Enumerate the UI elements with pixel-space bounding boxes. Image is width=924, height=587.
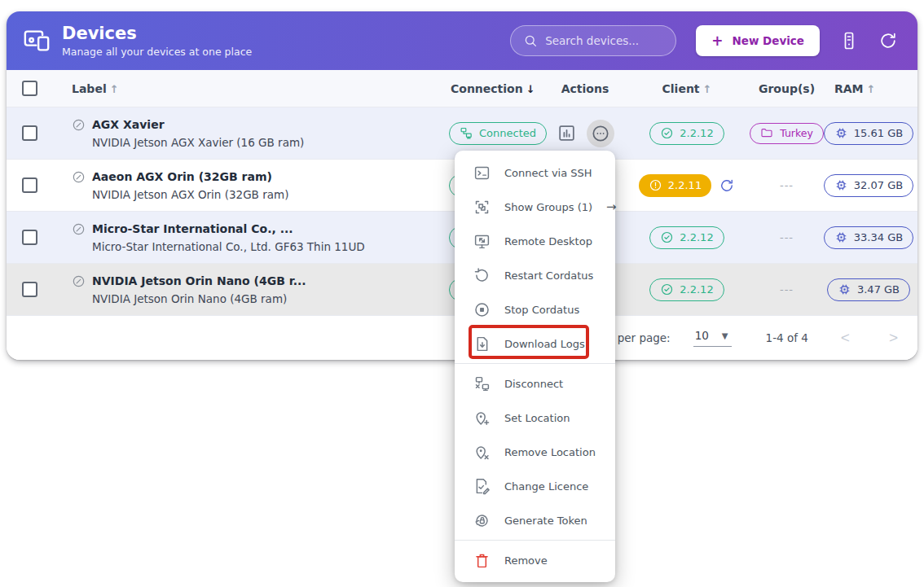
chip-icon: [834, 178, 848, 192]
set-location-icon: [473, 409, 491, 427]
search-icon: [523, 33, 538, 48]
device-title: Micro-Star International Co., ...: [92, 222, 293, 235]
chip-icon: [838, 283, 851, 296]
row-checkbox[interactable]: [22, 177, 37, 193]
generate-token-icon: [473, 511, 491, 529]
client-version-badge: 2.2.12: [649, 278, 724, 301]
trash-icon: [473, 551, 491, 569]
page-title: Devices: [62, 24, 252, 43]
refresh-icon[interactable]: [878, 31, 898, 50]
no-group-placeholder: ---: [780, 231, 794, 243]
device-subtitle: NVIDIA Jetson Orin Nano (4GB ram): [72, 292, 442, 305]
menu-item-remote-desktop[interactable]: Remote Desktop: [455, 224, 615, 258]
plus-icon: +: [711, 33, 723, 49]
change-licence-icon: [473, 477, 491, 495]
row-checkbox[interactable]: [22, 230, 37, 245]
menu-item-connect-via-ssh[interactable]: Connect via SSH: [455, 156, 615, 190]
no-group-placeholder: ---: [780, 179, 794, 191]
device-title: Aaeon AGX Orin (32GB ram): [92, 170, 272, 183]
edit-label-icon[interactable]: [72, 118, 86, 132]
edit-label-icon[interactable]: [72, 170, 86, 184]
edit-label-icon[interactable]: [72, 222, 86, 236]
restart-icon: [473, 266, 491, 284]
no-group-placeholder: ---: [780, 283, 794, 296]
device-title: AGX Xavier: [92, 118, 165, 131]
menu-item-disconnect[interactable]: Disconnect: [455, 366, 615, 401]
row-actions-menu-button[interactable]: [587, 120, 614, 147]
update-client-icon[interactable]: [719, 177, 735, 194]
disconnect-icon: [473, 375, 491, 392]
page-title-block: Devices Manage all your devices at one p…: [62, 24, 252, 58]
new-device-button[interactable]: + New Device: [696, 25, 820, 56]
column-header-ram[interactable]: RAM↑: [829, 82, 917, 95]
menu-item-show-groups[interactable]: Show Groups (1) →: [455, 190, 615, 224]
device-subtitle: NVIDIA Jetson AGX Xavier (16 GB ram): [72, 136, 442, 149]
column-header-groups[interactable]: Group(s): [744, 82, 829, 95]
menu-item-remove[interactable]: Remove: [455, 543, 615, 577]
sort-asc-icon: ↑: [703, 83, 712, 95]
client-version-badge: 2.2.12: [649, 226, 724, 249]
rows-per-page-select[interactable]: 10 ▼: [693, 329, 732, 347]
sort-asc-icon: ↑: [110, 83, 119, 95]
check-circle-icon: [660, 126, 674, 140]
client-version-badge-outdated: 2.2.11: [639, 174, 711, 197]
menu-item-stop-cordatus[interactable]: Stop Cordatus: [455, 292, 615, 326]
table-header-row: Label↑ Connection↓ Actions Client↑ Group…: [7, 70, 917, 107]
row-actions-context-menu: Connect via SSH Show Groups (1) → Remote…: [455, 151, 615, 582]
download-icon: [473, 335, 491, 353]
sort-desc-icon: ↓: [526, 83, 535, 95]
pagination-range: 1-4 of 4: [766, 331, 808, 344]
menu-item-change-licence[interactable]: Change Licence: [455, 469, 615, 503]
menu-item-download-logs[interactable]: Download Logs: [455, 326, 615, 361]
submenu-arrow-icon: →: [606, 199, 617, 214]
stop-icon: [473, 300, 491, 318]
check-circle-icon: [660, 283, 674, 296]
device-stats-icon[interactable]: [557, 123, 577, 143]
column-header-client[interactable]: Client↑: [630, 82, 744, 95]
device-rack-icon[interactable]: [839, 31, 859, 50]
devices-page: Devices Manage all your devices at one p…: [0, 0, 924, 587]
column-header-connection[interactable]: Connection↓: [442, 82, 540, 95]
column-header-label[interactable]: Label↑: [52, 82, 442, 95]
sort-asc-icon: ↑: [867, 83, 876, 95]
warning-circle-icon: [649, 178, 662, 192]
menu-item-remove-location[interactable]: Remove Location: [455, 435, 615, 469]
row-checkbox[interactable]: [22, 282, 37, 297]
menu-divider: [455, 363, 615, 364]
network-devices-icon: [460, 126, 473, 140]
connection-badge: Connected: [449, 122, 547, 145]
row-checkbox[interactable]: [22, 125, 37, 141]
device-subtitle: NVIDIA Jetson AGX Orin (32GB ram): [72, 188, 442, 201]
caret-down-icon: ▼: [722, 331, 728, 340]
header-actions: + New Device: [510, 25, 898, 56]
search-box[interactable]: [510, 25, 676, 56]
search-input[interactable]: [545, 34, 659, 47]
menu-item-set-location[interactable]: Set Location: [455, 401, 615, 435]
devices-icon: [23, 27, 51, 55]
remove-location-icon: [473, 443, 491, 461]
page-header: Devices Manage all your devices at one p…: [7, 11, 917, 70]
menu-divider: [455, 540, 615, 541]
menu-item-restart-cordatus[interactable]: Restart Cordatus: [455, 258, 615, 292]
chip-icon: [834, 230, 848, 244]
next-page-button[interactable]: >: [889, 329, 898, 347]
terminal-icon: [473, 164, 491, 182]
group-badge[interactable]: Turkey: [750, 123, 824, 144]
client-version-badge: 2.2.12: [649, 122, 724, 145]
check-circle-icon: [660, 230, 674, 244]
ram-badge: 33.34 GB: [824, 226, 913, 249]
new-device-label: New Device: [732, 34, 804, 47]
ram-badge: 15.61 GB: [824, 122, 913, 145]
remote-desktop-icon: [473, 232, 491, 250]
ram-badge: 3.47 GB: [827, 278, 910, 301]
chip-icon: [834, 126, 848, 140]
select-all-checkbox[interactable]: [22, 81, 37, 96]
folder-icon: [760, 126, 774, 140]
previous-page-button[interactable]: <: [841, 329, 850, 347]
device-subtitle: Micro-Star International Co., Ltd. GF63 …: [72, 240, 442, 253]
column-header-actions: Actions: [540, 82, 630, 95]
menu-item-generate-token[interactable]: Generate Token: [455, 503, 615, 537]
device-title: NVIDIA Jetson Orin Nano (4GB r...: [92, 274, 306, 287]
ram-badge: 32.07 GB: [824, 174, 913, 197]
edit-label-icon[interactable]: [72, 274, 86, 288]
